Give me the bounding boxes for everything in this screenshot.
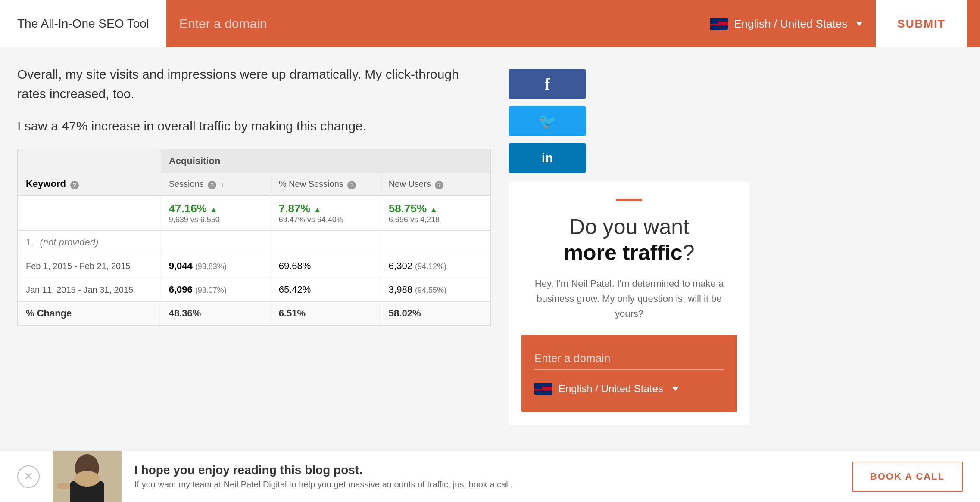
facebook-icon: f xyxy=(545,74,550,93)
cta-flag-icon xyxy=(534,383,552,395)
cta-language-row[interactable]: English / United States xyxy=(534,378,724,399)
sort-icon: ↓ xyxy=(221,181,224,189)
new-users-cell: 6,302 (94.12%) xyxy=(381,254,490,278)
sessions-cell: 6,096 (93.07%) xyxy=(161,278,271,302)
site-logo: The All-In-One SEO Tool xyxy=(0,17,166,31)
traffic-title: Do you want more traffic? xyxy=(521,214,737,266)
submit-button[interactable]: SUBMIT xyxy=(876,0,967,47)
header-language-label: English / United States xyxy=(734,17,847,31)
chevron-down-icon xyxy=(856,22,863,26)
close-button[interactable]: ✕ xyxy=(17,465,40,488)
facebook-button[interactable]: f xyxy=(509,69,586,99)
cta-domain-box: English / United States xyxy=(521,335,737,412)
new-users-cell: 3,988 (94.55%) xyxy=(381,278,490,302)
sessions-cell: 9,044 (93.83%) xyxy=(161,254,271,278)
svg-point-3 xyxy=(74,471,100,487)
new-users-help-icon[interactable]: ? xyxy=(435,181,443,189)
book-call-button[interactable]: BOOK A CALL xyxy=(852,462,963,492)
right-column: f 🐦 in Do you want more traffic? Hey, I'… xyxy=(509,65,750,425)
new-sessions-col-header: % New Sessions ? xyxy=(271,173,381,196)
cta-domain-input[interactable] xyxy=(534,347,724,370)
cta-chevron-down-icon xyxy=(672,387,679,391)
new-users-col-header: New Users ? xyxy=(381,173,490,196)
new-sessions-stat: 7.87% ▲ xyxy=(279,202,373,215)
sessions-stat: 47.16% ▲ xyxy=(169,202,263,215)
table-row: Jan 11, 2015 - Jan 31, 2015 6,096 (93.07… xyxy=(18,278,491,302)
traffic-widget: Do you want more traffic? Hey, I'm Neil … xyxy=(509,182,750,425)
intro-paragraph-2: I saw a 47% increase in overall traffic … xyxy=(17,116,491,136)
analytics-table-wrapper: Keyword ? Acquisition Sessions ? ↓ % New… xyxy=(17,149,491,326)
linkedin-button[interactable]: in xyxy=(509,143,586,173)
header: The All-In-One SEO Tool English / United… xyxy=(0,0,980,47)
bottom-bar-title: I hope you enjoy reading this blog post. xyxy=(134,463,839,477)
analytics-table: Keyword ? Acquisition Sessions ? ↓ % New… xyxy=(18,149,491,325)
flag-icon xyxy=(710,18,728,30)
keyword-help-icon[interactable]: ? xyxy=(70,181,79,189)
social-icons: f 🐦 in xyxy=(509,69,750,173)
person-image xyxy=(53,451,122,502)
header-search-bar: English / United States SUBMIT xyxy=(166,0,980,47)
bottom-bar-subtitle: If you want my team at Neil Patel Digita… xyxy=(134,480,839,490)
header-domain-input[interactable] xyxy=(179,12,697,35)
twitter-icon: 🐦 xyxy=(538,112,556,130)
date-label: Feb 1, 2015 - Feb 21, 2015 xyxy=(18,254,161,278)
table-row: 1. (not provided) xyxy=(18,231,491,254)
row-number: 1. xyxy=(26,237,34,248)
table-row: Feb 1, 2015 - Feb 21, 2015 9,044 (93.83%… xyxy=(18,254,491,278)
left-column: Overall, my site visits and impressions … xyxy=(17,65,491,425)
main-content: Overall, my site visits and impressions … xyxy=(0,47,980,425)
pct-change-new-sessions: 6.51% xyxy=(271,302,381,325)
sessions-compare: 9,639 vs 6,550 xyxy=(169,215,263,224)
header-language-selector[interactable]: English / United States xyxy=(697,17,876,31)
new-users-compare: 6,696 vs 4,218 xyxy=(389,215,483,224)
table-row-pct-change: % Change 48.36% 6.51% 58.02% xyxy=(18,302,491,325)
traffic-desc: Hey, I'm Neil Patel. I'm determined to m… xyxy=(521,276,737,322)
sessions-help-icon[interactable]: ? xyxy=(208,181,216,189)
new-sessions-compare: 69.47% vs 64.40% xyxy=(279,215,373,224)
svg-rect-4 xyxy=(57,483,70,489)
cta-language-label: English / United States xyxy=(559,383,663,395)
new-sessions-help-icon[interactable]: ? xyxy=(347,181,356,189)
new-sessions-cell: 65.42% xyxy=(271,278,381,302)
keyword-col-header: Keyword xyxy=(26,178,66,189)
table-row-summary: 47.16% ▲ 9,639 vs 6,550 7.87% ▲ 69.47% v… xyxy=(18,196,491,231)
accent-line xyxy=(616,199,642,201)
intro-paragraph: Overall, my site visits and impressions … xyxy=(17,65,491,103)
date-label: Jan 11, 2015 - Jan 31, 2015 xyxy=(18,278,161,302)
close-icon: ✕ xyxy=(24,470,33,483)
linkedin-icon: in xyxy=(542,151,553,165)
new-sessions-cell: 69.68% xyxy=(271,254,381,278)
pct-change-sessions: 48.36% xyxy=(161,302,271,325)
pct-change-label: % Change xyxy=(18,302,161,325)
keyword-cell: (not provided) xyxy=(40,237,98,248)
twitter-button[interactable]: 🐦 xyxy=(509,106,586,136)
bottom-bar-text: I hope you enjoy reading this blog post.… xyxy=(134,463,839,490)
sessions-col-header: Sessions ? ↓ xyxy=(161,173,271,196)
new-users-stat: 58.75% ▲ xyxy=(389,202,483,215)
acquisition-header: Acquisition xyxy=(161,149,490,173)
bottom-bar: ✕ I hope you enjoy reading this blog pos… xyxy=(0,450,980,502)
pct-change-new-users: 58.02% xyxy=(381,302,490,325)
